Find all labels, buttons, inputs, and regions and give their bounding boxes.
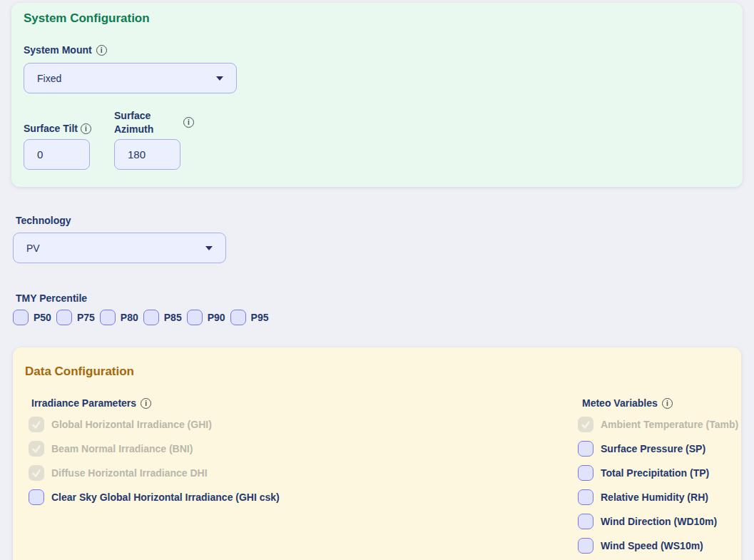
tmy-option-p50: P50 bbox=[13, 310, 51, 325]
checkbox-label: Wind Speed (WS10m) bbox=[601, 540, 703, 551]
technology-label: Technology bbox=[16, 215, 71, 226]
checkbox-label: Clear Sky Global Horizontal Irradiance (… bbox=[51, 492, 280, 503]
technology-section: Technology PV bbox=[13, 215, 255, 272]
tmy-percentile-label: TMY Percentile bbox=[16, 292, 87, 304]
info-icon[interactable]: i bbox=[96, 45, 107, 56]
system-configuration-card: System Configuration System Mount i Fixe… bbox=[11, 3, 743, 187]
tmy-percentile-label-row: TMY Percentile bbox=[16, 292, 87, 304]
checkbox-label: P75 bbox=[77, 312, 95, 323]
checkbox-row-ws10m: Wind Speed (WS10m) bbox=[578, 538, 738, 554]
tmy-percentile-options: P50 P75 P80 P85 P90 P95 bbox=[13, 310, 269, 325]
checkbox-label: Relative Humidity (RH) bbox=[601, 492, 708, 503]
surface-tilt-label: Surface Tilt bbox=[24, 123, 78, 134]
system-mount-value: Fixed bbox=[37, 73, 61, 84]
check-icon bbox=[31, 443, 42, 454]
surface-tilt-label-row: Surface Tilt i bbox=[24, 123, 91, 134]
meteo-variables-list: Ambient Temperature (Tamb) Surface Press… bbox=[578, 417, 738, 560]
irradiance-parameters-header: Irradiance Parameters i bbox=[31, 397, 151, 409]
checkbox-checked bbox=[29, 417, 44, 432]
checkbox-row-ghi-csk: Clear Sky Global Horizontal Irradiance (… bbox=[29, 489, 280, 505]
checkbox-label: P95 bbox=[251, 312, 269, 323]
checkbox-label: Total Precipitation (TP) bbox=[601, 467, 709, 479]
tmy-option-p90: P90 bbox=[187, 310, 225, 325]
info-icon[interactable]: i bbox=[141, 398, 151, 409]
checkbox[interactable] bbox=[578, 514, 593, 529]
checkbox[interactable] bbox=[578, 441, 593, 457]
meteo-variables-header: Meteo Variables i bbox=[582, 397, 673, 409]
checkbox-row-tamb: Ambient Temperature (Tamb) bbox=[578, 417, 738, 432]
data-configuration-title: Data Configuration bbox=[25, 365, 134, 379]
meteo-variables-label: Meteo Variables bbox=[582, 397, 658, 409]
tmy-option-p85: P85 bbox=[143, 310, 182, 325]
checkbox-row-bni: Beam Normal Irradiance (BNI) bbox=[29, 441, 280, 457]
surface-azimuth-input[interactable] bbox=[114, 139, 180, 170]
checkbox[interactable] bbox=[13, 310, 29, 325]
checkbox[interactable] bbox=[578, 489, 593, 505]
checkbox[interactable] bbox=[230, 310, 246, 325]
checkbox[interactable] bbox=[56, 310, 72, 325]
irradiance-parameters-list: Global Horizontal Irradiance (GHI) Beam … bbox=[29, 417, 280, 514]
data-configuration-card: Data Configuration Irradiance Parameters… bbox=[13, 347, 741, 560]
checkbox[interactable] bbox=[578, 538, 593, 554]
checkbox-row-sp: Surface Pressure (SP) bbox=[578, 441, 738, 457]
checkbox[interactable] bbox=[578, 465, 593, 481]
checkbox-checked bbox=[29, 441, 44, 457]
system-configuration-title: System Configuration bbox=[24, 11, 150, 26]
system-mount-label: System Mount bbox=[24, 44, 92, 56]
checkbox[interactable] bbox=[29, 489, 44, 505]
checkbox-label: Global Horizontal Irradiance (GHI) bbox=[51, 419, 212, 430]
checkbox-row-wd10m: Wind Direction (WD10m) bbox=[578, 514, 738, 529]
checkbox-label: Diffuse Horizontal Irradiance DHI bbox=[51, 467, 208, 479]
checkbox-label: Beam Normal Irradiance (BNI) bbox=[51, 443, 193, 454]
check-icon bbox=[31, 419, 42, 430]
system-mount-label-row: System Mount i bbox=[24, 44, 107, 56]
chevron-down-icon bbox=[216, 76, 223, 81]
technology-label-row: Technology bbox=[16, 215, 71, 226]
checkbox-label: P80 bbox=[121, 312, 138, 323]
page: { "system_config": { "title": "System Co… bbox=[0, 0, 754, 560]
irradiance-parameters-label: Irradiance Parameters bbox=[31, 397, 136, 409]
technology-value: PV bbox=[26, 243, 40, 254]
technology-select[interactable]: PV bbox=[13, 233, 226, 263]
checkbox[interactable] bbox=[100, 310, 116, 325]
info-icon[interactable]: i bbox=[183, 117, 194, 128]
checkbox-label: P50 bbox=[34, 312, 51, 323]
checkbox-row-rh: Relative Humidity (RH) bbox=[578, 489, 738, 505]
checkbox[interactable] bbox=[143, 310, 159, 325]
checkbox-label: P85 bbox=[164, 312, 182, 323]
info-icon[interactable]: i bbox=[662, 398, 673, 409]
tmy-option-p95: P95 bbox=[230, 310, 269, 325]
info-icon[interactable]: i bbox=[81, 123, 91, 134]
system-mount-select[interactable]: Fixed bbox=[24, 63, 237, 93]
chevron-down-icon bbox=[205, 246, 213, 250]
checkbox-checked bbox=[578, 417, 593, 432]
checkbox-row-tp: Total Precipitation (TP) bbox=[578, 465, 738, 481]
checkbox-label: Ambient Temperature (Tamb) bbox=[601, 419, 738, 430]
checkbox-label: Wind Direction (WD10m) bbox=[601, 516, 717, 527]
checkbox-label: Surface Pressure (SP) bbox=[601, 443, 705, 454]
checkbox-row-dhi: Diffuse Horizontal Irradiance DHI bbox=[29, 465, 280, 481]
tmy-option-p75: P75 bbox=[56, 310, 95, 325]
check-icon bbox=[580, 419, 591, 430]
surface-azimuth-label: Surface Azimuth bbox=[114, 109, 165, 136]
tmy-option-p80: P80 bbox=[100, 310, 138, 325]
checkbox-label: P90 bbox=[208, 312, 225, 323]
check-icon bbox=[31, 467, 42, 479]
surface-tilt-input[interactable] bbox=[24, 139, 90, 170]
tmy-percentile-section: TMY Percentile P50 P75 P80 P85 P90 P95 bbox=[13, 292, 370, 328]
checkbox-checked bbox=[29, 465, 44, 481]
checkbox-row-ghi: Global Horizontal Irradiance (GHI) bbox=[29, 417, 280, 432]
checkbox[interactable] bbox=[187, 310, 203, 325]
